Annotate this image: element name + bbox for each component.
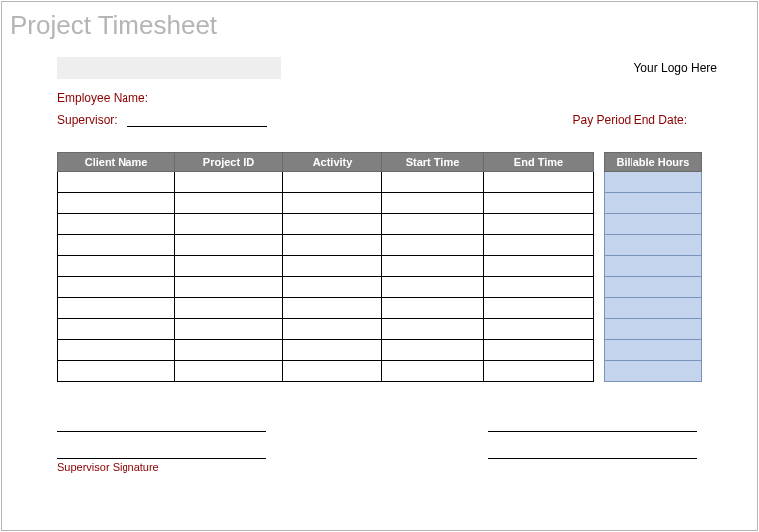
table-row bbox=[605, 340, 702, 361]
cell[interactable] bbox=[175, 361, 283, 382]
cell[interactable] bbox=[175, 277, 283, 298]
form-section: Employee Name: Supervisor: Pay Period En… bbox=[2, 91, 757, 127]
column-header-end: End Time bbox=[484, 153, 594, 172]
signature-line-left-1[interactable] bbox=[57, 431, 266, 432]
billable-cell[interactable] bbox=[605, 214, 702, 235]
supervisor-label: Supervisor: bbox=[57, 113, 118, 127]
table-row bbox=[58, 235, 594, 256]
cell[interactable] bbox=[382, 256, 484, 277]
page-title: Project Timesheet bbox=[2, 10, 757, 41]
cell[interactable] bbox=[175, 214, 283, 235]
cell[interactable] bbox=[382, 277, 484, 298]
signature-line-right-1[interactable] bbox=[488, 431, 697, 432]
table-row bbox=[58, 256, 594, 277]
cell[interactable] bbox=[175, 319, 283, 340]
cell[interactable] bbox=[382, 193, 484, 214]
cell[interactable] bbox=[382, 235, 484, 256]
table-row bbox=[605, 277, 702, 298]
cell[interactable] bbox=[382, 319, 484, 340]
cell[interactable] bbox=[484, 277, 594, 298]
cell[interactable] bbox=[283, 340, 382, 361]
cell[interactable] bbox=[175, 256, 283, 277]
table-container: Client Name Project ID Activity Start Ti… bbox=[2, 134, 757, 382]
cell[interactable] bbox=[175, 340, 283, 361]
cell[interactable] bbox=[283, 214, 382, 235]
cell[interactable] bbox=[283, 193, 382, 214]
billable-cell[interactable] bbox=[605, 172, 702, 193]
cell[interactable] bbox=[58, 319, 175, 340]
cell[interactable] bbox=[283, 277, 382, 298]
cell[interactable] bbox=[484, 193, 594, 214]
table-row bbox=[58, 172, 594, 193]
cell[interactable] bbox=[58, 256, 175, 277]
column-header-start: Start Time bbox=[382, 153, 484, 172]
cell[interactable] bbox=[382, 298, 484, 319]
employee-name-label: Employee Name: bbox=[57, 91, 148, 105]
cell[interactable] bbox=[283, 361, 382, 382]
timesheet-main-table: Client Name Project ID Activity Start Ti… bbox=[57, 152, 594, 382]
cell[interactable] bbox=[58, 214, 175, 235]
table-row bbox=[605, 214, 702, 235]
billable-cell[interactable] bbox=[605, 193, 702, 214]
cell[interactable] bbox=[283, 172, 382, 193]
cell[interactable] bbox=[484, 340, 594, 361]
signature-row-1 bbox=[57, 431, 697, 432]
logo-placeholder: Your Logo Here bbox=[633, 57, 717, 75]
cell[interactable] bbox=[484, 235, 594, 256]
billable-cell[interactable] bbox=[605, 340, 702, 361]
cell[interactable] bbox=[58, 298, 175, 319]
signature-line-left-2[interactable] bbox=[57, 458, 266, 459]
cell[interactable] bbox=[58, 193, 175, 214]
pay-period-label: Pay Period End Date: bbox=[573, 113, 717, 127]
supervisor-signature-label: Supervisor Signature bbox=[57, 461, 266, 473]
cell[interactable] bbox=[484, 319, 594, 340]
employee-name-row: Employee Name: bbox=[57, 91, 717, 105]
cell[interactable] bbox=[175, 193, 283, 214]
cell[interactable] bbox=[58, 235, 175, 256]
cell[interactable] bbox=[484, 214, 594, 235]
column-header-project: Project ID bbox=[175, 153, 283, 172]
cell[interactable] bbox=[58, 172, 175, 193]
signature-line-right-2[interactable] bbox=[488, 458, 697, 459]
signature-section: Supervisor Signature bbox=[2, 382, 757, 473]
table-row bbox=[58, 193, 594, 214]
supervisor-input-line[interactable] bbox=[127, 113, 267, 127]
cell[interactable] bbox=[175, 298, 283, 319]
cell[interactable] bbox=[283, 298, 382, 319]
table-row bbox=[605, 256, 702, 277]
header-row: Your Logo Here bbox=[2, 57, 757, 79]
cell[interactable] bbox=[382, 172, 484, 193]
cell[interactable] bbox=[58, 361, 175, 382]
billable-table-wrap: Billable Hours bbox=[604, 152, 702, 382]
cell[interactable] bbox=[283, 256, 382, 277]
billable-cell[interactable] bbox=[605, 256, 702, 277]
cell[interactable] bbox=[58, 277, 175, 298]
cell[interactable] bbox=[175, 172, 283, 193]
cell[interactable] bbox=[283, 235, 382, 256]
billable-cell[interactable] bbox=[605, 277, 702, 298]
column-header-activity: Activity bbox=[283, 153, 382, 172]
cell[interactable] bbox=[58, 340, 175, 361]
cell[interactable] bbox=[382, 361, 484, 382]
cell[interactable] bbox=[484, 361, 594, 382]
cell[interactable] bbox=[175, 235, 283, 256]
cell[interactable] bbox=[484, 298, 594, 319]
billable-cell[interactable] bbox=[605, 235, 702, 256]
cell[interactable] bbox=[382, 340, 484, 361]
table-row bbox=[58, 319, 594, 340]
cell[interactable] bbox=[484, 256, 594, 277]
table-row bbox=[605, 172, 702, 193]
table-row bbox=[58, 340, 594, 361]
table-row bbox=[605, 361, 702, 382]
input-placeholder-box[interactable] bbox=[57, 57, 281, 79]
cell[interactable] bbox=[382, 214, 484, 235]
billable-cell[interactable] bbox=[605, 298, 702, 319]
table-row bbox=[58, 214, 594, 235]
table-row bbox=[605, 193, 702, 214]
table-row bbox=[58, 277, 594, 298]
billable-cell[interactable] bbox=[605, 319, 702, 340]
column-header-client: Client Name bbox=[58, 153, 175, 172]
cell[interactable] bbox=[484, 172, 594, 193]
billable-cell[interactable] bbox=[605, 361, 702, 382]
cell[interactable] bbox=[283, 319, 382, 340]
